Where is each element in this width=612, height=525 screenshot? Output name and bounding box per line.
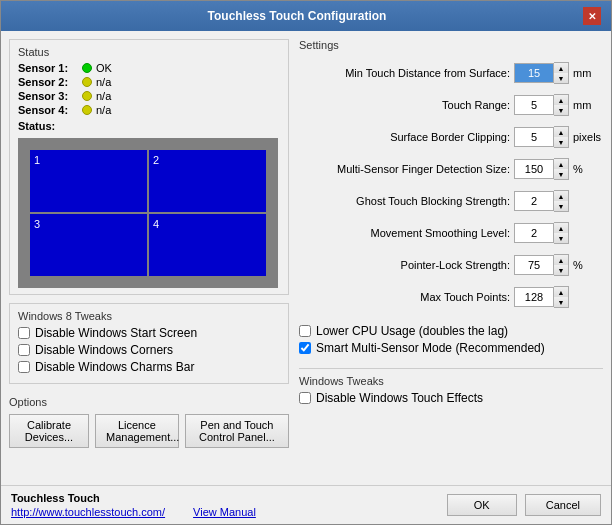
win8-tweak-2-label: Disable Windows Corners	[35, 343, 173, 357]
sensor-cell-3: 3	[30, 214, 147, 276]
settings-checkbox-label-0: Lower CPU Usage (doubles the lag)	[316, 324, 508, 338]
spin-up-3[interactable]: ▲	[554, 159, 568, 169]
settings-row-4: Ghost Touch Blocking Strength: ▲ ▼	[299, 190, 603, 212]
window-title: Touchless Touch Configuration	[11, 9, 583, 23]
win-tweak-1-checkbox[interactable]	[299, 392, 311, 404]
spinbox-7: ▲ ▼	[514, 286, 569, 308]
settings-title: Settings	[299, 39, 603, 51]
sensor3-dot	[82, 91, 92, 101]
spin-down-6[interactable]: ▼	[554, 265, 568, 275]
win8-tweak-2: Disable Windows Corners	[18, 343, 280, 357]
sensor3-value: n/a	[96, 90, 111, 102]
spinbox-input-3[interactable]	[514, 159, 554, 179]
spin-down-2[interactable]: ▼	[554, 137, 568, 147]
sensor-row-2: Sensor 2: n/a	[18, 76, 280, 88]
win8-tweaks-title: Windows 8 Tweaks	[18, 310, 280, 322]
sensor-cell-4: 4	[149, 214, 266, 276]
right-panel: Settings Min Touch Distance from Surface…	[299, 39, 603, 477]
spin-down-1[interactable]: ▼	[554, 105, 568, 115]
spin-down-4[interactable]: ▼	[554, 201, 568, 211]
spin-btns-6: ▲ ▼	[554, 254, 569, 276]
close-button[interactable]: ✕	[583, 7, 601, 25]
spin-up-7[interactable]: ▲	[554, 287, 568, 297]
settings-unit-6: %	[573, 259, 603, 271]
settings-row-0: Min Touch Distance from Surface: ▲ ▼ mm	[299, 62, 603, 84]
settings-checkbox-input-0[interactable]	[299, 325, 311, 337]
bottom-bar: Touchless Touch http://www.touchlesstouc…	[1, 485, 611, 524]
spin-btns-7: ▲ ▼	[554, 286, 569, 308]
sensor-row-3: Sensor 3: n/a	[18, 90, 280, 102]
options-section: Options Calibrate Devices... Licence Man…	[9, 392, 289, 452]
spinbox-4: ▲ ▼	[514, 190, 569, 212]
sensor-row-1: Sensor 1: OK	[18, 62, 280, 74]
spin-up-5[interactable]: ▲	[554, 223, 568, 233]
sensor-cell-1: 1	[30, 150, 147, 212]
settings-label-2: Surface Border Clipping:	[299, 131, 510, 143]
website-link[interactable]: http://www.touchlesstouch.com/	[11, 506, 165, 518]
sensor-cell-2: 2	[149, 150, 266, 212]
settings-checkbox-input-1[interactable]	[299, 342, 311, 354]
pen-touch-button[interactable]: Pen and Touch Control Panel...	[185, 414, 289, 448]
sensor-grid: 1 2 3 4	[18, 138, 278, 288]
spin-down-3[interactable]: ▼	[554, 169, 568, 179]
bottom-left: Touchless Touch http://www.touchlesstouc…	[11, 492, 256, 518]
settings-checkbox-1: Smart Multi-Sensor Mode (Recommended)	[299, 341, 603, 355]
spinbox-input-2[interactable]	[514, 127, 554, 147]
spinbox-input-5[interactable]	[514, 223, 554, 243]
spinbox-2: ▲ ▼	[514, 126, 569, 148]
title-bar: Touchless Touch Configuration ✕	[1, 1, 611, 31]
win8-tweak-3-label: Disable Windows Charms Bar	[35, 360, 194, 374]
spin-up-2[interactable]: ▲	[554, 127, 568, 137]
spin-down-7[interactable]: ▼	[554, 297, 568, 307]
settings-checkboxes: Lower CPU Usage (doubles the lag) Smart …	[299, 321, 603, 358]
settings-row-2: Surface Border Clipping: ▲ ▼ pixels	[299, 126, 603, 148]
spin-up-0[interactable]: ▲	[554, 63, 568, 73]
settings-label-1: Touch Range:	[299, 99, 510, 111]
spinbox-input-7[interactable]	[514, 287, 554, 307]
win8-tweak-1: Disable Windows Start Screen	[18, 326, 280, 340]
win8-tweak-2-checkbox[interactable]	[18, 344, 30, 356]
cancel-button[interactable]: Cancel	[525, 494, 601, 516]
view-manual-link[interactable]: View Manual	[193, 506, 256, 518]
bottom-right: OK Cancel	[447, 494, 601, 516]
left-panel: Status Sensor 1: OK Sensor 2: n/a Sensor…	[9, 39, 289, 477]
sensor4-dot	[82, 105, 92, 115]
sensor1-value: OK	[96, 62, 112, 74]
settings-label-0: Min Touch Distance from Surface:	[299, 67, 510, 79]
spin-btns-2: ▲ ▼	[554, 126, 569, 148]
settings-checkbox-label-1: Smart Multi-Sensor Mode (Recommended)	[316, 341, 545, 355]
spin-up-4[interactable]: ▲	[554, 191, 568, 201]
win-tweaks-section: Windows Tweaks Disable Windows Touch Eff…	[299, 368, 603, 408]
spinbox-input-1[interactable]	[514, 95, 554, 115]
spin-up-1[interactable]: ▲	[554, 95, 568, 105]
settings-checkbox-0: Lower CPU Usage (doubles the lag)	[299, 324, 603, 338]
spin-btns-4: ▲ ▼	[554, 190, 569, 212]
spinbox-input-6[interactable]	[514, 255, 554, 275]
sensor2-value: n/a	[96, 76, 111, 88]
settings-row-5: Movement Smoothing Level: ▲ ▼	[299, 222, 603, 244]
win-tweaks-title: Windows Tweaks	[299, 375, 603, 387]
settings-unit-3: %	[573, 163, 603, 175]
win8-tweak-3-checkbox[interactable]	[18, 361, 30, 373]
settings-unit-2: pixels	[573, 131, 603, 143]
win-tweak-1: Disable Windows Touch Effects	[299, 391, 603, 405]
spin-down-5[interactable]: ▼	[554, 233, 568, 243]
win8-tweak-1-checkbox[interactable]	[18, 327, 30, 339]
settings-unit-0: mm	[573, 67, 603, 79]
settings-row-1: Touch Range: ▲ ▼ mm	[299, 94, 603, 116]
sensor3-label: Sensor 3:	[18, 90, 78, 102]
spinbox-1: ▲ ▼	[514, 94, 569, 116]
licence-button[interactable]: Licence Management...	[95, 414, 179, 448]
brand-label: Touchless Touch	[11, 492, 256, 504]
spin-btns-1: ▲ ▼	[554, 94, 569, 116]
settings-label-4: Ghost Touch Blocking Strength:	[299, 195, 510, 207]
main-content: Status Sensor 1: OK Sensor 2: n/a Sensor…	[1, 31, 611, 485]
settings-label-7: Max Touch Points:	[299, 291, 510, 303]
spinbox-6: ▲ ▼	[514, 254, 569, 276]
spinbox-input-4[interactable]	[514, 191, 554, 211]
calibrate-button[interactable]: Calibrate Devices...	[9, 414, 89, 448]
ok-button[interactable]: OK	[447, 494, 517, 516]
spin-down-0[interactable]: ▼	[554, 73, 568, 83]
spinbox-input-0[interactable]	[514, 63, 554, 83]
spin-up-6[interactable]: ▲	[554, 255, 568, 265]
